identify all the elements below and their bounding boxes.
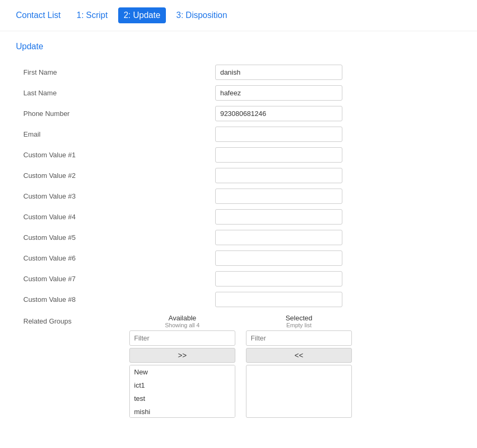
available-panel-header: Available Showing all 4 [129,314,235,328]
nav-disposition[interactable]: 3: Disposition [171,7,233,23]
form-input-phone-number[interactable] [215,106,342,121]
form-label: Phone Number [16,103,211,124]
section-title: Update [16,42,461,51]
list-item[interactable]: test [130,392,235,405]
list-item[interactable]: mishi [130,405,235,418]
form-row: Phone Number [16,103,461,124]
form-label: Custom Value #3 [16,186,211,207]
selected-panel-header: Selected Empty list [246,314,352,328]
form-input-custom-value--6[interactable] [215,250,342,266]
list-item[interactable]: ict1 [130,379,235,392]
form-input-cell [211,207,461,227]
form-input-email[interactable] [215,127,342,142]
nav-update[interactable]: 2: Update [118,7,165,23]
form-row: Custom Value #2 [16,165,461,186]
list-item[interactable]: New [130,365,235,379]
nav-bar: Contact List 1: Script 2: Update 3: Disp… [0,0,477,31]
form-input-cell [211,186,461,207]
related-groups-panels: Available Showing all 4 >> Newict1testmi… [129,314,352,418]
form-input-cell [211,289,461,310]
form-label: Custom Value #1 [16,145,211,165]
form-input-custom-value--5[interactable] [215,230,342,245]
form-row: Last Name [16,83,461,103]
nav-contact-list[interactable]: Contact List [11,7,66,23]
form-row: Custom Value #5 [16,227,461,248]
form-row: Custom Value #1 [16,145,461,165]
selected-title: Selected [246,314,352,322]
form-input-custom-value--1[interactable] [215,147,342,163]
form-input-cell [211,124,461,145]
form-row: First Name [16,62,461,83]
form-label: Custom Value #4 [16,207,211,227]
selected-filter-input[interactable] [246,330,352,346]
available-filter-input[interactable] [129,330,235,346]
form-input-last-name[interactable] [215,85,342,101]
form-input-custom-value--3[interactable] [215,189,342,204]
available-title: Available [129,314,235,322]
form-input-custom-value--4[interactable] [215,209,342,225]
form-input-custom-value--8[interactable] [215,292,342,307]
related-groups-label: Related Groups [23,314,129,325]
form-input-cell [211,103,461,124]
page-content: Update First NameLast NamePhone NumberEm… [0,31,477,433]
form-row: Custom Value #3 [16,186,461,207]
nav-script[interactable]: 1: Script [71,7,113,23]
move-all-right-button[interactable]: >> [129,348,235,363]
selected-subtitle: Empty list [246,322,352,328]
form-input-cell [211,248,461,268]
form-row: Custom Value #6 [16,248,461,268]
form-label: Last Name [16,83,211,103]
form-input-cell [211,145,461,165]
form-label: First Name [16,62,211,83]
form-input-first-name[interactable] [215,65,342,80]
form-label: Custom Value #6 [16,248,211,268]
move-all-left-button[interactable]: << [246,348,352,363]
form-input-custom-value--2[interactable] [215,168,342,183]
form-label: Custom Value #2 [16,165,211,186]
form-label: Custom Value #8 [16,289,211,310]
available-list-box[interactable]: Newict1testmishi [129,365,235,418]
form-row: Custom Value #8 [16,289,461,310]
selected-list-box[interactable] [246,365,352,418]
form-label: Email [16,124,211,145]
form-input-cell [211,62,461,83]
selected-panel: Selected Empty list << [246,314,352,418]
form-input-cell [211,165,461,186]
form-input-custom-value--7[interactable] [215,271,342,286]
form-input-cell [211,83,461,103]
form-table: First NameLast NamePhone NumberEmailCust… [16,62,461,310]
form-row: Custom Value #4 [16,207,461,227]
form-input-cell [211,227,461,248]
form-input-cell [211,268,461,289]
form-label: Custom Value #5 [16,227,211,248]
form-row: Email [16,124,461,145]
form-row: Custom Value #7 [16,268,461,289]
related-groups-row: Related Groups Available Showing all 4 >… [16,310,461,422]
available-panel: Available Showing all 4 >> Newict1testmi… [129,314,235,418]
available-subtitle: Showing all 4 [129,322,235,328]
form-label: Custom Value #7 [16,268,211,289]
